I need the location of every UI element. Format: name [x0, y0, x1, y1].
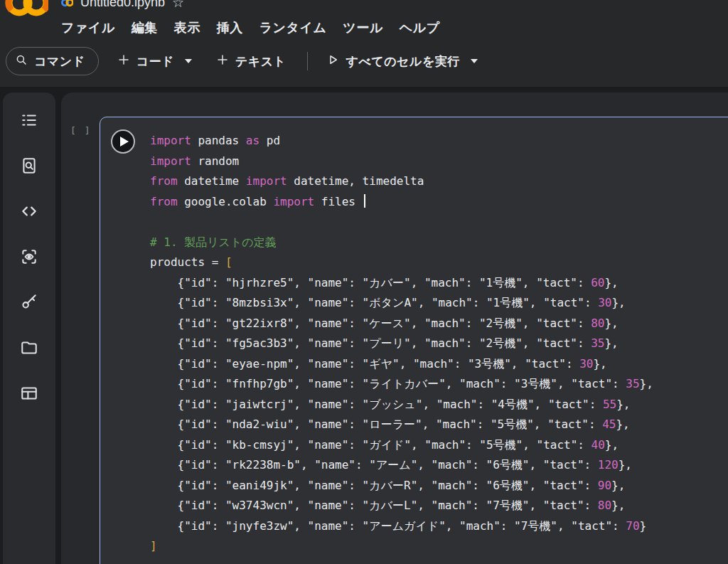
menu-item-runtime[interactable]: ランタイム	[259, 19, 327, 36]
code-line: {"id": "8mzbsi3x", "name": "ボタンA", "mach…	[150, 293, 728, 314]
menu-item-edit[interactable]: 編集	[132, 19, 158, 36]
sidebar-item-find-replace[interactable]	[9, 144, 49, 190]
code-icon	[20, 202, 38, 223]
find-in-document-icon	[20, 156, 38, 178]
code-line: {"id": "jaiwtcrj", "name": "ブッシュ", "mach…	[150, 395, 728, 415]
play-icon	[120, 137, 129, 147]
sidebar	[3, 92, 55, 564]
code-line: import pandas as pd	[150, 131, 728, 151]
key-icon	[20, 293, 38, 314]
menubar: ファイル編集表示挿入ランタイムツールヘルプ	[61, 18, 439, 37]
play-icon	[326, 53, 339, 69]
folder-icon	[20, 339, 38, 360]
table-icon	[20, 384, 38, 405]
command-palette-button[interactable]: コマンド	[6, 47, 99, 75]
chevron-down-icon	[185, 59, 192, 63]
sidebar-item-toc[interactable]	[9, 99, 49, 144]
code-line: {"id": "gt22ixr8", "name": "ケース", "mach"…	[150, 314, 728, 334]
code-line: {"id": "fg5ac3b3", "name": "プーリ", "mach"…	[150, 334, 728, 354]
code-line: {"id": "kb-cmsyj", "name": "ガイド", "mach"…	[150, 435, 728, 456]
add-text-label: テキスト	[235, 53, 287, 70]
toolbar-divider	[307, 52, 308, 70]
run-cell-button[interactable]	[111, 129, 135, 154]
code-line: {"id": "nda2-wiu", "name": "ローラー", "mach…	[150, 415, 728, 435]
code-editor[interactable]: import pandas as pdimport randomfrom dat…	[150, 131, 728, 557]
toolbar: コマンド コード テキスト	[6, 44, 486, 78]
code-line: ]	[150, 536, 728, 557]
plus-icon	[117, 53, 130, 69]
code-line: # 1. 製品リストの定義	[150, 233, 728, 253]
run-all-label: すべてのセルを実行	[346, 53, 459, 70]
notebook-file-icon	[61, 0, 73, 9]
run-all-button[interactable]: すべてのセルを実行	[318, 48, 486, 75]
code-line: import random	[150, 151, 728, 172]
scan-eye-icon	[20, 248, 38, 269]
code-line: {"id": "hjrhzre5", "name": "カバー", "mach"…	[150, 273, 728, 294]
menu-item-file[interactable]: ファイル	[61, 19, 115, 36]
code-line: {"id": "jnyfe3zw", "name": "アームガイド", "ma…	[150, 516, 728, 537]
colab-logo[interactable]	[4, 0, 48, 20]
execution-count: [ ]	[70, 125, 91, 136]
code-line: {"id": "eani49jk", "name": "カバーR", "mach…	[150, 476, 728, 496]
text-cursor	[364, 194, 365, 208]
code-line	[150, 212, 728, 233]
star-icon[interactable]: ☆	[172, 0, 184, 9]
menu-item-tools[interactable]: ツール	[343, 19, 382, 36]
add-code-button[interactable]: コード	[109, 48, 200, 75]
add-text-button[interactable]: テキスト	[208, 48, 295, 75]
code-line: from datetime import datetime, timedelta	[150, 171, 728, 192]
sidebar-item-files[interactable]	[9, 326, 49, 372]
titlebar: Untitled0.ipynb ☆	[61, 0, 184, 11]
header: Untitled0.ipynb ☆ ファイル編集表示挿入ランタイムツールヘルプ …	[0, 0, 728, 87]
menu-item-view[interactable]: 表示	[174, 19, 200, 36]
code-line: products = [	[150, 252, 728, 273]
sidebar-item-inspector[interactable]	[9, 235, 49, 281]
code-line: {"id": "eyae-npm", "name": "ギヤ", "mach":…	[150, 354, 728, 375]
sidebar-item-secrets[interactable]	[9, 281, 49, 326]
add-code-label: コード	[136, 53, 174, 70]
sidebar-item-table[interactable]	[9, 372, 49, 417]
menu-item-help[interactable]: ヘルプ	[400, 19, 440, 36]
menu-item-insert[interactable]: 挿入	[217, 19, 243, 36]
sidebar-item-code[interactable]	[9, 190, 49, 235]
code-line: {"id": "rk2238m-b", "name": "アーム", "mach…	[150, 455, 728, 476]
code-cell[interactable]: import pandas as pdimport randomfrom dat…	[100, 117, 728, 564]
code-line: from google.colab import files	[150, 192, 728, 213]
code-line: {"id": "fnfhp7gb", "name": "ライトカバー", "ma…	[150, 374, 728, 395]
chevron-down-icon	[471, 59, 478, 63]
notebook-panel: [ ] import pandas as pdimport randomfrom…	[61, 92, 728, 564]
command-label: コマンド	[34, 53, 85, 70]
code-line: {"id": "w3743wcn", "name": "カバーL", "mach…	[150, 496, 728, 516]
search-icon	[15, 53, 28, 69]
notebook-title[interactable]: Untitled0.ipynb	[80, 0, 165, 10]
plus-icon	[216, 53, 229, 69]
toc-icon	[20, 111, 38, 132]
